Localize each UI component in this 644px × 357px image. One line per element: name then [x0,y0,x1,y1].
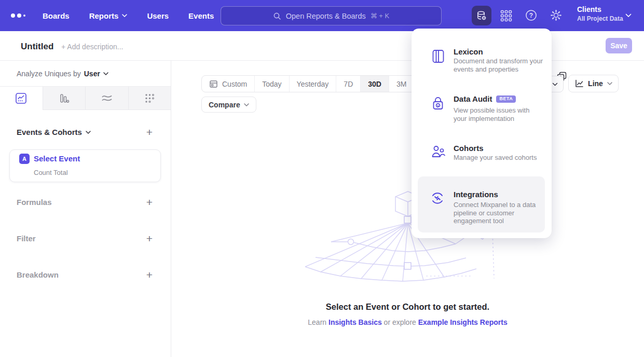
menu-item-integrations[interactable]: Integrations Connect Mixpanel to a data … [418,176,545,232]
data-management-button[interactable] [472,6,491,25]
empty-state-title: Select an Event or Cohort to get started… [171,302,644,312]
events-cohorts-section: Events & Cohorts + [17,128,153,136]
lexicon-book-icon [431,49,445,63]
chevron-down-icon [244,103,249,106]
date-range-control: Custom Today Yesterday 7D 30D 3M 6M [201,75,440,92]
tab-bar-chart[interactable] [43,87,86,110]
chevron-down-icon [552,83,558,86]
project-switcher[interactable]: Clients All Project Data [577,5,623,22]
apps-grid-button[interactable] [500,10,512,22]
query-sidebar: Analyze Uniques by User [0,61,171,357]
dot-grid-icon [144,92,156,104]
flow-icon [101,92,113,104]
nav-events[interactable]: Events [188,11,214,20]
add-event-button[interactable]: + [146,128,153,136]
event-card[interactable]: A Select Event Count Total [9,149,161,182]
line-chart-icon [574,79,584,88]
chevron-down-icon [86,131,91,134]
nav-reports[interactable]: Reports [89,11,128,20]
compare-dropdown[interactable]: Compare [201,97,256,113]
breakdown-section: Breakdown + [17,270,153,279]
range-custom[interactable]: Custom [202,76,254,92]
top-navbar: Boards Reports Users Events Open Reports… [0,0,644,31]
chevron-down-icon [607,82,612,85]
add-formula-button[interactable]: + [146,198,153,207]
event-letter-badge: A [19,154,30,164]
search-icon [273,12,281,20]
gear-icon [550,9,562,21]
tab-flows[interactable] [85,87,128,110]
settings-button[interactable] [550,9,562,21]
empty-state-subtitle: Learn Insights Basics or explore Example… [171,318,644,326]
tab-retention[interactable] [128,87,171,110]
data-management-menu: Lexicon Document and transform your even… [412,29,552,238]
data-audit-lock-icon [431,96,445,111]
example-insights-reports-link[interactable]: Example Insights Reports [418,318,508,326]
range-yesterday[interactable]: Yesterday [289,76,336,92]
chevron-down-icon [625,13,632,18]
range-7d[interactable]: 7D [336,76,360,92]
filter-section: Filter + [17,234,153,243]
range-30d-selected[interactable]: 30D [360,76,389,92]
tab-insights[interactable] [0,87,43,110]
count-type-selector[interactable]: Count Total [34,169,68,176]
nav-boards[interactable]: Boards [43,11,70,20]
global-search-input[interactable]: Open Reports & Boards ⌘ + K [221,6,442,25]
add-filter-button[interactable]: + [146,235,153,243]
analyze-uniques-dropdown[interactable]: Analyze Uniques by User [17,70,108,78]
beta-badge: BETA [496,95,516,103]
report-title[interactable]: Untitled [21,42,53,52]
add-breakdown-button[interactable]: + [146,271,153,279]
insights-basics-link[interactable]: Insights Basics [328,318,382,326]
help-icon: ? [525,9,537,21]
chart-type-dropdown[interactable]: Line [568,75,619,92]
save-button[interactable]: Save [606,38,632,53]
chevron-down-icon [103,72,108,75]
formulas-section: Formulas + [17,198,153,207]
integrations-sync-icon [430,191,445,205]
nav-users[interactable]: Users [147,11,169,20]
range-3m[interactable]: 3M [389,76,414,92]
calendar-icon [209,79,218,88]
events-cohorts-header[interactable]: Events & Cohorts [17,128,91,136]
database-gear-icon [476,10,487,21]
mixpanel-logo-icon[interactable] [11,13,25,18]
grid-icon [500,10,512,22]
range-today[interactable]: Today [254,76,289,92]
svg-text:?: ? [529,12,533,19]
visualization-tabs [0,86,171,110]
chevron-down-icon [122,14,127,17]
bar-chart-icon [58,92,70,104]
select-event-button[interactable]: Select Event [34,154,80,163]
cohorts-users-icon [431,145,446,158]
add-description-field[interactable]: + Add description... [61,43,123,51]
line-chart-icon [15,92,27,104]
help-button[interactable]: ? [525,9,537,21]
